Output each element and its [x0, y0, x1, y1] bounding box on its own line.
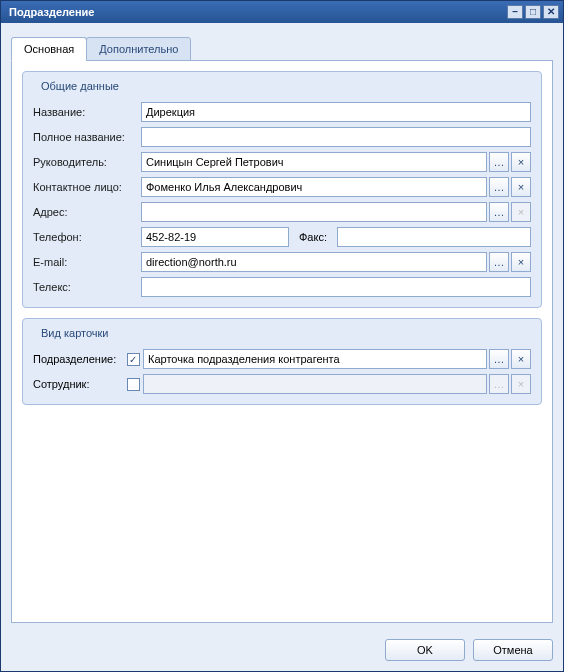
row-contact: Контактное лицо: … × [33, 177, 531, 197]
input-email[interactable] [141, 252, 487, 272]
input-fax[interactable] [337, 227, 531, 247]
card-employee-browse-button: … [489, 374, 509, 394]
input-phone[interactable] [141, 227, 289, 247]
cancel-button[interactable]: Отмена [473, 639, 553, 661]
ellipsis-icon: … [494, 354, 505, 365]
tab-main[interactable]: Основная [11, 37, 87, 61]
clear-icon: × [518, 182, 524, 193]
address-browse-button[interactable]: … [489, 202, 509, 222]
email-clear-button[interactable]: × [511, 252, 531, 272]
spacer [22, 415, 542, 612]
contact-browse-button[interactable]: … [489, 177, 509, 197]
client-area: Основная Дополнительно Общие данные Назв… [1, 23, 563, 631]
tab-body-main: Общие данные Название: Полное название: … [11, 60, 553, 623]
manager-browse-button[interactable]: … [489, 152, 509, 172]
tab-additional[interactable]: Дополнительно [86, 37, 191, 61]
row-card-employee: Сотрудник: ✓ … × [33, 374, 531, 394]
window-root: Подразделение – □ ✕ Основная Дополнитель… [0, 0, 564, 672]
manager-clear-button[interactable]: × [511, 152, 531, 172]
maximize-button[interactable]: □ [525, 5, 541, 19]
close-button[interactable]: ✕ [543, 5, 559, 19]
input-full-name[interactable] [141, 127, 531, 147]
ellipsis-icon: … [494, 379, 505, 390]
bottom-bar: OK Отмена [1, 631, 563, 671]
clear-icon: × [518, 379, 524, 390]
ok-button[interactable]: OK [385, 639, 465, 661]
ellipsis-icon: … [494, 157, 505, 168]
label-name: Название: [33, 106, 141, 118]
clear-icon: × [518, 354, 524, 365]
tabs-header: Основная Дополнительно [11, 37, 553, 61]
clear-icon: × [518, 257, 524, 268]
card-department-browse-button[interactable]: … [489, 349, 509, 369]
input-address[interactable] [141, 202, 487, 222]
label-telex: Телекс: [33, 281, 141, 293]
row-address: Адрес: … × [33, 202, 531, 222]
titlebar: Подразделение – □ ✕ [1, 1, 563, 23]
address-clear-button: × [511, 202, 531, 222]
input-card-department[interactable] [143, 349, 487, 369]
minimize-button[interactable]: – [507, 5, 523, 19]
clear-icon: × [518, 207, 524, 218]
checkbox-department[interactable]: ✓ [127, 353, 140, 366]
row-name: Название: [33, 102, 531, 122]
group-card: Вид карточки Подразделение: ✓ … × Сотруд… [22, 318, 542, 405]
label-full-name: Полное название: [33, 131, 141, 143]
row-full-name: Полное название: [33, 127, 531, 147]
label-phone: Телефон: [33, 231, 141, 243]
row-email: E-mail: … × [33, 252, 531, 272]
label-card-department: Подразделение: [33, 353, 123, 365]
contact-clear-button[interactable]: × [511, 177, 531, 197]
group-common: Общие данные Название: Полное название: … [22, 71, 542, 308]
input-card-employee [143, 374, 487, 394]
input-manager[interactable] [141, 152, 487, 172]
ellipsis-icon: … [494, 182, 505, 193]
window-title: Подразделение [9, 6, 505, 18]
label-fax: Факс: [289, 231, 337, 243]
row-phone-fax: Телефон: Факс: [33, 227, 531, 247]
clear-icon: × [518, 157, 524, 168]
input-name[interactable] [141, 102, 531, 122]
row-card-department: Подразделение: ✓ … × [33, 349, 531, 369]
label-contact: Контактное лицо: [33, 181, 141, 193]
label-card-employee: Сотрудник: [33, 378, 123, 390]
label-manager: Руководитель: [33, 156, 141, 168]
label-email: E-mail: [33, 256, 141, 268]
ellipsis-icon: … [494, 207, 505, 218]
checkbox-employee[interactable]: ✓ [127, 378, 140, 391]
row-manager: Руководитель: … × [33, 152, 531, 172]
ellipsis-icon: … [494, 257, 505, 268]
group-common-title: Общие данные [37, 80, 123, 92]
input-telex[interactable] [141, 277, 531, 297]
row-telex: Телекс: [33, 277, 531, 297]
card-employee-clear-button: × [511, 374, 531, 394]
input-contact[interactable] [141, 177, 487, 197]
label-address: Адрес: [33, 206, 141, 218]
group-card-title: Вид карточки [37, 327, 112, 339]
email-browse-button[interactable]: … [489, 252, 509, 272]
card-department-clear-button[interactable]: × [511, 349, 531, 369]
